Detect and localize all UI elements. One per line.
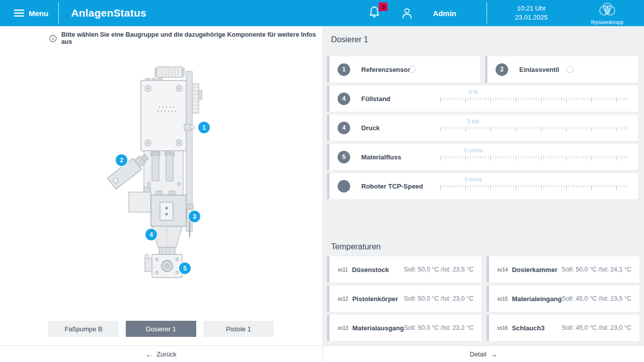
- user-icon: [400, 7, 414, 20]
- temp-value: Soll: 45,0 °C /Ist: 23,5 °C: [561, 295, 631, 302]
- temp-name: Materialeingang: [512, 295, 561, 303]
- detail-button[interactable]: Detail →: [323, 345, 644, 362]
- back-label: Zurück: [156, 350, 177, 358]
- user-button[interactable]: [400, 7, 414, 20]
- header-divider: [487, 3, 487, 24]
- detail-arrow-icon: →: [490, 350, 498, 358]
- info-hint: Bitte wählen Sie eine Baugruppe und die …: [49, 31, 322, 45]
- gauge-label: Füllstand: [361, 95, 390, 103]
- machine-marker-4[interactable]: 4: [145, 229, 157, 240]
- detail-panel: Dosierer 1 1 Referenzsensor 2 Einlassven…: [322, 26, 644, 362]
- status-indicator-icon: [567, 66, 574, 73]
- status-card-referenzsensor[interactable]: 1 Referenzsensor: [327, 56, 480, 82]
- ruler-scale: [440, 127, 629, 132]
- info-icon: [49, 35, 57, 42]
- gauge-scale: 0 ccm/s: [440, 147, 624, 167]
- gauge-row-materialfluss[interactable]: 5 Materialfluss 0 ccm/s: [327, 144, 638, 170]
- detail-label: Detail: [469, 350, 486, 358]
- machine-marker-5[interactable]: 5: [179, 262, 191, 274]
- temperatures-title: Temperaturen: [331, 242, 381, 251]
- info-text: Bitte wählen Sie eine Baugruppe und die …: [61, 31, 322, 45]
- assembly-button-dosierer-1[interactable]: Dosierer 1: [126, 321, 196, 337]
- status-indicator-icon: [409, 66, 416, 73]
- status-label: Einlassventil: [519, 66, 559, 73]
- temp-code: xs15: [497, 296, 508, 302]
- status-number-badge: 1: [338, 63, 350, 76]
- time-label: 10:21 Uhr: [501, 4, 561, 13]
- temp-name: Materialausgang: [352, 324, 404, 332]
- gauge-number-badge: 4: [338, 93, 350, 105]
- temp-name: Pistolenkörper: [352, 295, 398, 303]
- machine-panel: Bitte wählen Sie eine Baugruppe und die …: [0, 26, 322, 362]
- temp-name: Düsenstock: [352, 266, 389, 274]
- temp-value: Soll: 50,0 °C /Ist: 24,1 °C: [561, 266, 631, 273]
- app-header: Menu AnlagenStatus 3 Admin 10:21 Uhr 23.…: [0, 0, 644, 26]
- hamburger-icon: [14, 9, 24, 17]
- temp-name: Dosierkammer: [512, 266, 557, 274]
- gauge-value: 0 mm/s: [464, 176, 481, 183]
- status-card-einlassventil[interactable]: 2 Einlassventil: [485, 56, 638, 82]
- gauge-row-fuellstand[interactable]: 4 Füllstand 0 %: [327, 85, 638, 112]
- component-title: Dosierer 1: [331, 35, 368, 44]
- temp-code: xs13: [338, 325, 348, 331]
- date-label: 23.01.2025: [501, 13, 561, 22]
- temp-card-xs14[interactable]: xs14 Dosierkammer Soll: 50,0 °C /Ist: 24…: [487, 256, 639, 283]
- status-number-badge: 2: [496, 63, 508, 76]
- gauge-scale: 0 %: [440, 89, 624, 109]
- thyssenkrupp-logo-icon: [597, 2, 618, 19]
- ruler-scale: [440, 185, 629, 190]
- brand-logo: thyssenkrupp: [580, 2, 635, 25]
- temp-value: Soll: 45,0 °C /Ist: 23,0 °C: [561, 324, 631, 331]
- assembly-button-fasspumpe-b[interactable]: Faßpumpe B: [48, 321, 119, 337]
- temperature-cards: xs11 Düsenstock Soll: 50,0 °C /Ist: 23,5…: [327, 256, 638, 341]
- status-label: Referenzsensor: [361, 66, 411, 73]
- machine-marker-1[interactable]: 1: [198, 122, 210, 133]
- gauge-value: 0 %: [469, 89, 478, 95]
- machine-marker-2[interactable]: 2: [116, 154, 127, 166]
- temp-card-xs15[interactable]: xs15 Materialeingang Soll: 45,0 °C /Ist:…: [487, 286, 639, 312]
- menu-button[interactable]: Menu: [0, 0, 58, 26]
- temp-code: xs12: [338, 296, 348, 302]
- brand-name: thyssenkrupp: [580, 20, 635, 25]
- assembly-button-pistole-1[interactable]: Pistole 1: [203, 321, 274, 337]
- gauge-scale: 0 mm/s: [440, 176, 624, 197]
- gauge-label: Materialfluss: [361, 153, 401, 161]
- temp-code: xs14: [497, 267, 508, 273]
- datetime: 10:21 Uhr 23.01.2025: [501, 4, 561, 22]
- temp-card-xs13[interactable]: xs13 Materialausgang Soll: 50,0 °C /Ist:…: [327, 315, 481, 341]
- status-cards: 1 Referenzsensor 2 Einlassventil: [327, 56, 638, 82]
- temp-value: Soll: 50,0 °C /Ist: 23,5 °C: [404, 266, 474, 273]
- temp-card-xs16[interactable]: xs16 Schlauch3 Soll: 45,0 °C /Ist: 23,0 …: [487, 315, 639, 341]
- back-arrow-icon: ←: [145, 350, 153, 358]
- temp-name: Schlauch3: [512, 324, 544, 332]
- ruler-scale: [440, 156, 629, 161]
- temp-card-xs12[interactable]: xs12 Pistolenkörper Soll: 50,0 °C /Ist: …: [327, 286, 481, 312]
- gauge-number-badge: 4: [338, 122, 350, 134]
- notification-badge: 3: [379, 3, 387, 11]
- assembly-selector: Faßpumpe B Dosierer 1 Pistole 1: [48, 321, 274, 337]
- temp-code: xs11: [338, 267, 348, 273]
- gauge-row-druck[interactable]: 4 Druck 2 bar: [327, 115, 638, 141]
- gauge-value: 2 bar: [467, 118, 479, 124]
- user-name[interactable]: Admin: [433, 9, 456, 18]
- gauge-scale: 2 bar: [440, 118, 624, 138]
- menu-label: Menu: [29, 9, 48, 18]
- temp-card-xs11[interactable]: xs11 Düsenstock Soll: 50,0 °C /Ist: 23,5…: [327, 256, 481, 283]
- gauge-label: Druck: [361, 124, 380, 132]
- gauge-label: Roboter TCP-Speed: [361, 183, 423, 190]
- machine-marker-3[interactable]: 3: [189, 211, 200, 222]
- gauge-number-badge: 5: [338, 151, 350, 163]
- ruler-scale: [440, 98, 629, 103]
- temp-value: Soll: 50,0 °C /Ist: 23,2 °C: [404, 324, 474, 331]
- machine-diagram: [96, 60, 236, 287]
- gauge-number-badge: [338, 180, 350, 193]
- gauge-row-roboter-tcp-speed[interactable]: Roboter TCP-Speed 0 mm/s: [327, 173, 638, 199]
- temp-code: xs16: [497, 325, 508, 331]
- gauge-value: 0 ccm/s: [464, 147, 482, 153]
- temp-value: Soll: 50,0 °C /Ist: 23,0 °C: [404, 295, 474, 302]
- page-title: AnlagenStatus: [59, 7, 146, 19]
- back-button[interactable]: ← Zurück: [0, 345, 322, 362]
- notifications-button[interactable]: 3: [368, 6, 383, 21]
